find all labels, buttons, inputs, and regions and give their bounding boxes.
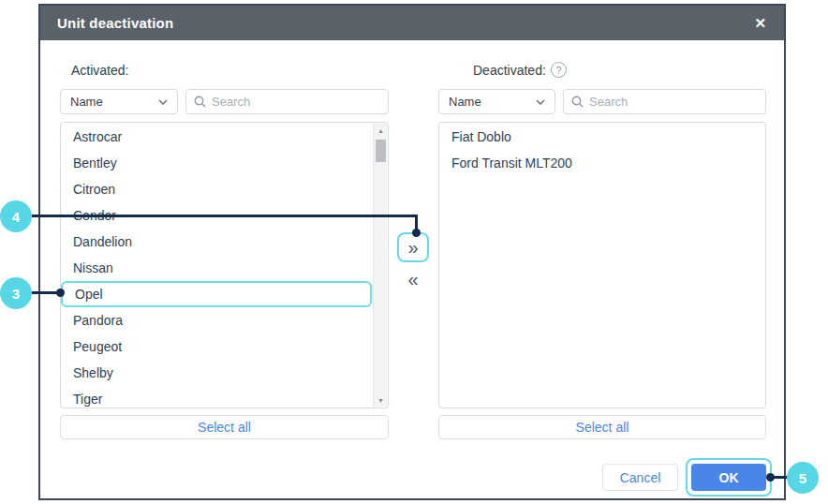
close-icon[interactable]: ✕ [750,13,771,34]
left-search-input[interactable] [212,95,380,109]
left-search-field[interactable] [185,89,389,114]
right-sort-dropdown[interactable]: Name [438,89,555,114]
list-item-selected[interactable]: Opel [61,281,372,307]
callout-step-4: 4 [0,200,32,232]
list-item[interactable]: Astrocar [61,124,388,150]
deactivated-label: Deactivated: [473,63,546,78]
dialog-titlebar: Unit deactivation ✕ [40,6,784,40]
chevron-down-icon [158,99,168,105]
list-item[interactable]: Shelby [61,360,388,386]
callout-line [32,215,418,217]
scroll-down-icon[interactable]: ▼ [374,393,388,407]
activated-list: Astrocar Bentley Citroen Condor Dandelio… [60,122,389,408]
list-item[interactable]: Peugeot [61,334,388,360]
list-item[interactable]: Tiger [61,386,388,408]
list-item[interactable]: Citroen [61,176,388,202]
right-select-all-button[interactable]: Select all [438,415,766,439]
callout-dot [56,289,65,297]
callout-line [773,476,788,479]
screen: Unit deactivation ✕ Activated: Deactivat… [0,0,828,504]
list-item[interactable]: Dandelion [61,229,388,255]
callout-dot [412,229,421,237]
list-item[interactable]: Pandora [61,307,388,334]
unit-deactivation-dialog: Unit deactivation ✕ Activated: Deactivat… [38,4,786,500]
callout-step-5: 5 [787,462,819,494]
ok-button[interactable]: OK [691,464,766,491]
search-icon [194,96,206,108]
callout-line [32,291,59,294]
scrollbar-thumb[interactable] [376,140,386,162]
left-select-all-button[interactable]: Select all [60,415,389,439]
search-icon [571,96,584,108]
move-right-button[interactable]: » [397,232,429,262]
list-item[interactable]: Ford Transit MLT200 [439,150,765,176]
help-icon[interactable]: ? [551,62,567,78]
move-left-button[interactable]: « [397,265,429,293]
left-sort-value: Name [70,95,103,109]
list-item[interactable]: Fiat Doblo [439,124,765,150]
right-sort-value: Name [449,95,481,109]
activated-label: Activated: [71,63,128,78]
right-search-input[interactable] [589,95,758,109]
callout-dot [766,473,775,482]
scroll-up-icon[interactable]: ▲ [374,124,388,137]
chevron-down-icon [536,99,545,105]
list-item[interactable]: Bentley [61,150,388,176]
right-search-field[interactable] [563,89,766,114]
deactivated-list: Fiat Doblo Ford Transit MLT200 [438,122,766,408]
scrollbar[interactable]: ▲ ▼ [373,124,387,407]
left-sort-dropdown[interactable]: Name [60,89,178,114]
list-item[interactable]: Nissan [61,255,388,281]
cancel-button[interactable]: Cancel [602,464,678,491]
callout-step-3: 3 [0,277,32,309]
dialog-title: Unit deactivation [57,15,173,31]
